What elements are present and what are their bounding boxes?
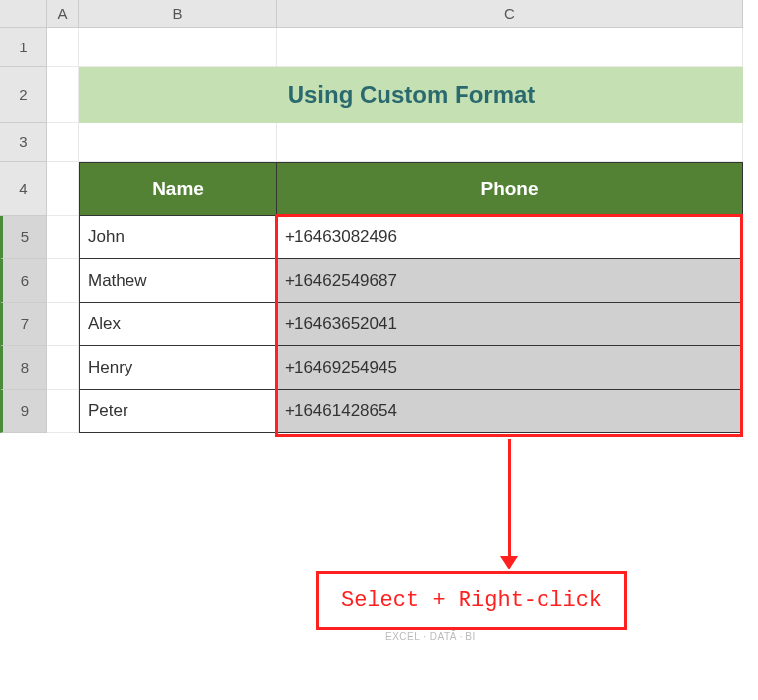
row-header-1[interactable]: 1 xyxy=(0,28,47,67)
header-phone[interactable]: Phone xyxy=(277,162,743,216)
cell-a1[interactable] xyxy=(47,28,79,67)
cell-a3[interactable] xyxy=(47,123,79,162)
col-header-a[interactable]: A xyxy=(47,0,79,28)
row-header-5[interactable]: 5 xyxy=(0,216,47,259)
row-header-3[interactable]: 3 xyxy=(0,123,47,162)
row-header-6[interactable]: 6 xyxy=(0,259,47,303)
row-header-9[interactable]: 9 xyxy=(0,390,47,433)
cell-b1[interactable] xyxy=(79,28,277,67)
spreadsheet-grid: Using Custom Format Name Phone John +164… xyxy=(47,28,758,433)
watermark-sub: EXCEL · DATA · BI xyxy=(385,631,476,642)
phone-cell[interactable]: +16461428654 xyxy=(277,390,743,433)
cell-a4[interactable] xyxy=(47,162,79,216)
row-header-7[interactable]: 7 xyxy=(0,303,47,346)
cell-c1[interactable] xyxy=(277,28,743,67)
annotation-arrow-line xyxy=(508,439,511,558)
name-cell[interactable]: Alex xyxy=(79,303,277,346)
cell-a6[interactable] xyxy=(47,259,79,303)
cell-a2[interactable] xyxy=(47,67,79,123)
row-header-4[interactable]: 4 xyxy=(0,162,47,216)
cell-b3[interactable] xyxy=(79,123,277,162)
name-cell[interactable]: Peter xyxy=(79,390,277,433)
cell-a8[interactable] xyxy=(47,346,79,390)
col-header-b[interactable]: B xyxy=(79,0,277,28)
header-name[interactable]: Name xyxy=(79,162,277,216)
phone-cell[interactable]: +16469254945 xyxy=(277,346,743,390)
select-all-corner[interactable] xyxy=(0,0,47,28)
title-cell[interactable]: Using Custom Format xyxy=(79,67,743,123)
cell-a7[interactable] xyxy=(47,303,79,346)
callout-label: Select + Right-click xyxy=(341,588,602,613)
phone-cell[interactable]: +16463082496 xyxy=(277,216,743,259)
cell-a9[interactable] xyxy=(47,390,79,433)
name-cell[interactable]: John xyxy=(79,216,277,259)
cell-c3[interactable] xyxy=(277,123,743,162)
annotation-arrow-head xyxy=(500,556,518,569)
phone-cell[interactable]: +16462549687 xyxy=(277,259,743,303)
name-cell[interactable]: Henry xyxy=(79,346,277,390)
row-header-8[interactable]: 8 xyxy=(0,346,47,390)
row-header-2[interactable]: 2 xyxy=(0,67,47,123)
name-cell[interactable]: Mathew xyxy=(79,259,277,303)
cell-a5[interactable] xyxy=(47,216,79,259)
phone-cell[interactable]: +16463652041 xyxy=(277,303,743,346)
column-headers: A B C xyxy=(47,0,743,28)
annotation-callout: Select + Right-click xyxy=(316,571,627,630)
row-headers: 1 2 3 4 5 6 7 8 9 xyxy=(0,28,47,433)
col-header-c[interactable]: C xyxy=(277,0,743,28)
